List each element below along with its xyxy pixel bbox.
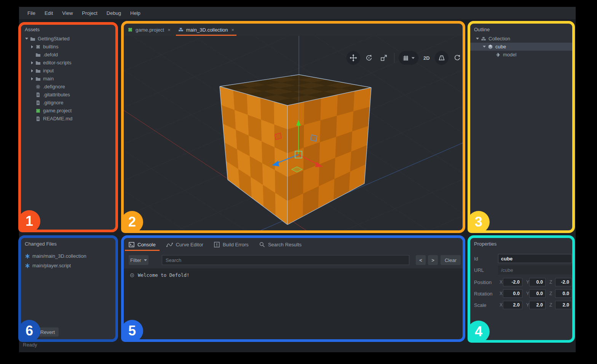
close-icon[interactable]: × — [231, 27, 235, 33]
grid-options-button[interactable] — [399, 51, 418, 65]
menu-item-project[interactable]: Project — [77, 10, 102, 16]
changed-file-item[interactable]: main/player.script — [21, 261, 115, 270]
annotation-badge-2: 2 — [121, 211, 143, 233]
outline-panel-title: Outline — [470, 24, 572, 35]
file-icon — [35, 100, 41, 105]
changed-file-item[interactable]: main/main_3D.collection — [21, 251, 115, 261]
chevron-down-icon — [144, 259, 147, 261]
menu-item-help[interactable]: Help — [126, 10, 145, 16]
rotation-z-field[interactable]: 0.0 — [555, 289, 572, 298]
game-project-icon — [128, 27, 133, 32]
tab-game-project[interactable]: game.project × — [124, 24, 174, 36]
annotation-badge-4: 4 — [468, 321, 490, 343]
scale-tool-button[interactable] — [378, 52, 390, 64]
close-icon[interactable]: × — [168, 27, 171, 33]
collection-icon — [178, 27, 184, 32]
chevron-right-icon[interactable] — [29, 45, 35, 48]
editor-tab-bar: game.project × main_3D.collection × — [124, 24, 463, 36]
filter-dropdown[interactable]: Filter — [129, 255, 148, 265]
move-tool-icon — [350, 54, 357, 62]
property-row-scale: Scale X 2.0 Y 2.0 Z 2.0 — [470, 300, 572, 310]
asset-item-readme[interactable]: README.md — [21, 115, 115, 123]
outline-item-cube[interactable]: cube — [470, 43, 572, 51]
property-row-rotation: Rotation X 0.0 Y 0.0 Z 0.0 — [470, 289, 572, 299]
move-tool-button[interactable] — [346, 51, 360, 65]
menu-item-view[interactable]: View — [57, 10, 77, 16]
model-icon — [495, 52, 501, 57]
rotate-tool-icon — [365, 54, 373, 62]
search-icon — [259, 242, 265, 247]
tab-search-results[interactable]: Search Results — [259, 238, 302, 251]
annotation-badge-1: 1 — [18, 210, 40, 232]
menu-item-debug[interactable]: Debug — [102, 10, 126, 16]
tab-main-3d-collection[interactable]: main_3D.collection × — [174, 24, 238, 36]
scale-tool-icon — [380, 54, 388, 62]
menu-item-edit[interactable]: Edit — [40, 10, 57, 16]
scale-z-field[interactable]: 2.0 — [555, 301, 572, 309]
outline-item-model[interactable]: model — [470, 51, 572, 59]
prev-match-button[interactable]: < — [416, 255, 426, 265]
outline-tree: Collection cube model — [470, 35, 572, 59]
asset-item-builtins[interactable]: builtins — [21, 43, 115, 51]
chevron-right-icon[interactable] — [29, 61, 35, 64]
search-input[interactable]: Search — [162, 255, 409, 265]
chevron-down-icon[interactable] — [24, 38, 29, 40]
rotation-y-field[interactable]: 0.0 — [529, 289, 546, 298]
modified-asterisk-icon — [25, 263, 30, 268]
toggle-2d-button[interactable]: 2D — [421, 55, 432, 61]
chevron-right-icon[interactable] — [29, 77, 35, 80]
asset-item-gettingstarted[interactable]: GettingStarted — [21, 35, 115, 43]
refresh-view-button[interactable] — [451, 52, 463, 64]
tab-console[interactable]: Console — [129, 238, 156, 251]
asset-item-defignore[interactable]: .defignore — [21, 83, 115, 91]
rotate-tool-button[interactable] — [363, 52, 375, 64]
scale-y-field[interactable]: 2.0 — [529, 301, 546, 309]
chevron-right-icon[interactable] — [29, 69, 35, 72]
tab-build-errors[interactable]: Build Errors — [214, 238, 249, 251]
clear-console-button[interactable]: Clear — [441, 255, 461, 265]
asset-item-defold[interactable]: .defold — [21, 51, 115, 59]
menu-item-file[interactable]: File — [23, 10, 40, 16]
tab-curve-editor[interactable]: Curve Editor — [166, 238, 203, 251]
log-info-icon — [130, 273, 134, 278]
scale-x-field[interactable]: 2.0 — [503, 301, 522, 309]
folder-icon — [35, 52, 41, 57]
viewport-scene[interactable]: 2D — [124, 36, 463, 230]
asset-item-gitattributes[interactable]: .gitattributes — [21, 91, 115, 99]
property-row-id: Id cube — [470, 254, 572, 263]
rotation-x-field[interactable]: 0.0 — [503, 289, 522, 298]
position-x-field[interactable]: -2.0 — [503, 278, 522, 286]
console-panel: Console Curve Editor Build Errors Search… — [124, 238, 463, 339]
assets-panel-title: Assets — [21, 24, 115, 35]
chevron-down-icon[interactable] — [482, 46, 487, 48]
next-match-button[interactable]: > — [428, 255, 438, 265]
properties-panel-title: Properties — [470, 238, 572, 249]
gear-icon — [35, 84, 41, 89]
asset-item-gitignore[interactable]: .gitignore — [21, 99, 115, 107]
folder-icon — [30, 36, 35, 42]
folder-icon — [35, 68, 41, 73]
game-project-icon — [35, 108, 41, 113]
id-field[interactable]: cube — [498, 254, 572, 263]
terminal-icon — [129, 242, 134, 247]
toolbar-separator — [394, 53, 394, 63]
asset-item-input[interactable]: input — [21, 67, 115, 75]
changed-files-list: main/main_3D.collection main/player.scri… — [21, 251, 115, 270]
chevron-down-icon[interactable] — [475, 38, 480, 40]
outline-item-collection[interactable]: Collection — [470, 35, 572, 43]
assets-panel: Assets GettingStarted builtins .defold — [21, 24, 115, 230]
asset-item-editor-scripts[interactable]: editor-scripts — [21, 59, 115, 67]
screen: File Edit View Project Debug Help Assets… — [0, 0, 597, 364]
perspective-camera-button[interactable] — [435, 51, 449, 65]
viewport-toolbar: 2D — [346, 51, 463, 65]
asset-item-game-project[interactable]: game.project — [21, 107, 115, 115]
asset-item-main[interactable]: main — [21, 75, 115, 83]
position-y-field[interactable]: 0.0 — [529, 278, 546, 286]
modified-asterisk-icon — [25, 254, 30, 259]
annotation-badge-6: 6 — [18, 320, 40, 342]
position-z-field[interactable]: -2.0 — [555, 278, 572, 286]
file-icon — [35, 92, 41, 97]
scene-canvas[interactable] — [124, 36, 463, 230]
game-object-icon — [488, 44, 493, 49]
outline-panel: Outline Collection cube model — [470, 24, 572, 230]
